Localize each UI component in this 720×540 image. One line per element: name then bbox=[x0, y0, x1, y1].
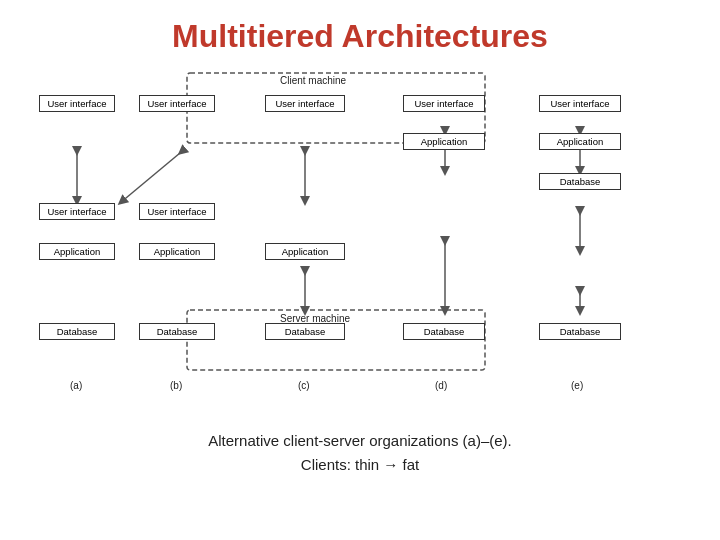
label-e: (e) bbox=[571, 380, 583, 391]
c-db: Database bbox=[265, 323, 345, 340]
c-ui: User interface bbox=[265, 95, 345, 112]
client-machine-label: Client machine bbox=[280, 75, 346, 86]
caption-line1: Alternative client-server organizations … bbox=[208, 429, 511, 453]
a-app: Application bbox=[39, 243, 115, 260]
b-ui-bottom: User interface bbox=[139, 203, 215, 220]
label-b: (b) bbox=[170, 380, 182, 391]
diagram-svg bbox=[15, 65, 705, 425]
svg-line-3 bbox=[120, 153, 180, 203]
label-c: (c) bbox=[298, 380, 310, 391]
d-app: Application bbox=[403, 133, 485, 150]
diagram: Client machine Server machine User inter… bbox=[15, 65, 705, 425]
d-ui: User interface bbox=[403, 95, 485, 112]
e-app: Application bbox=[539, 133, 621, 150]
e-ui: User interface bbox=[539, 95, 621, 112]
b-db: Database bbox=[139, 323, 215, 340]
label-a: (a) bbox=[70, 380, 82, 391]
d-db: Database bbox=[403, 323, 485, 340]
page-title: Multitiered Architectures bbox=[172, 18, 548, 55]
e-db-server: Database bbox=[539, 323, 621, 340]
b-app: Application bbox=[139, 243, 215, 260]
a-db: Database bbox=[39, 323, 115, 340]
caption: Alternative client-server organizations … bbox=[208, 429, 511, 477]
label-d: (d) bbox=[435, 380, 447, 391]
b-ui-top: User interface bbox=[139, 95, 215, 112]
caption-line2: Clients: thin → fat bbox=[208, 453, 511, 477]
c-app: Application bbox=[265, 243, 345, 260]
e-db-client: Database bbox=[539, 173, 621, 190]
a-ui-top: User interface bbox=[39, 95, 115, 112]
a-ui-bottom: User interface bbox=[39, 203, 115, 220]
